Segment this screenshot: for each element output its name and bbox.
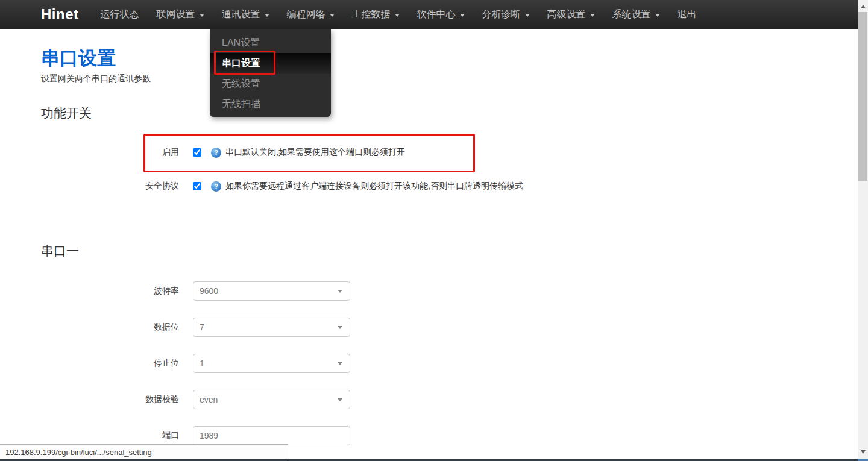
nav-item-programming[interactable]: 编程网络 [287,8,335,21]
nav-item-logout[interactable]: 退出 [678,8,697,21]
scroll-up-button[interactable] [858,1,868,11]
dropdown-item-serial[interactable]: 串口设置 [210,53,331,74]
nav-item-system[interactable]: 系统设置 [612,8,660,21]
field-label-secure-protocol: 安全协议 [41,181,179,192]
nav-item-status[interactable]: 运行状态 [101,8,139,21]
nav-item-label: 软件中心 [417,8,456,21]
brand-logo[interactable]: Hinet [41,6,79,23]
stopbits-value: 1 [200,359,204,368]
nav-item-label: 通讯设置 [222,8,260,21]
chevron-down-icon [330,14,335,17]
nav-item-label: 运行状态 [101,8,139,21]
page-subtitle: 设置网关两个串口的通讯参数 [41,74,151,84]
help-text-enable: 串口默认关闭,如果需要使用这个端口则必须打开 [225,147,405,158]
enable-checkbox[interactable] [193,148,201,157]
select-arrow-icon [338,362,342,365]
nav-item-label: 系统设置 [612,8,651,21]
form-row-secure-protocol: 安全协议 ? 如果你需要远程通过客户端连接设备则必须打开该功能,否则串口牌透明传… [41,177,523,196]
field-label-enable: 启用 [41,147,179,158]
section-heading-switches: 功能开关 [41,105,92,122]
select-arrow-icon [338,290,342,293]
dropdown-item-lan[interactable]: LAN设置 [210,33,331,53]
parity-value: even [200,395,218,404]
field-label-parity: 数据校验 [41,394,179,405]
vertical-scrollbar[interactable] [858,0,868,461]
nav-item-advanced[interactable]: 高级设置 [547,8,595,21]
secure-protocol-checkbox[interactable] [193,182,201,190]
nav-item-diagnostics[interactable]: 分析诊断 [482,8,530,21]
baudrate-select[interactable]: 9600 [193,281,350,301]
scrollbar-thumb[interactable] [858,12,867,181]
top-navbar: Hinet 运行状态 联网设置 通讯设置 编程网络 工控数据 软件中心 分析诊断… [0,0,858,29]
nav-item-network[interactable]: 联网设置 [157,8,204,21]
select-arrow-icon [338,326,342,329]
page-title: 串口设置 [41,46,116,71]
field-label-port: 端口 [41,430,179,441]
field-label-databits: 数据位 [41,322,179,333]
form-row-databits: 数据位 7 [41,318,350,337]
nav-item-label: 工控数据 [352,8,391,21]
nav-item-label: 联网设置 [157,8,195,21]
chevron-down-icon [395,14,400,17]
scroll-down-button[interactable] [858,447,868,457]
nav-item-label: 分析诊断 [482,8,521,21]
form-row-enable: 启用 ? 串口默认关闭,如果需要使用这个端口则必须打开 [41,143,405,162]
dropdown-item-wireless-scan[interactable]: 无线扫描 [210,94,331,114]
statusbar-url: 192.168.9.199/cgi-bin/luci/.../serial_se… [5,448,152,457]
form-row-port: 端口 [41,426,350,445]
arrow-down-icon [861,450,866,454]
databits-value: 7 [200,322,204,332]
chevron-down-icon [265,14,269,17]
form-row-stopbits: 停止位 1 [41,354,350,373]
field-label-stopbits: 停止位 [41,358,179,369]
help-icon: ? [211,181,221,192]
dropdown-item-wireless[interactable]: 无线设置 [210,74,331,94]
navbar-menu: 运行状态 联网设置 通讯设置 编程网络 工控数据 软件中心 分析诊断 高级设置 … [101,8,697,21]
chevron-down-icon [200,14,204,17]
chevron-down-icon [525,14,530,17]
baudrate-value: 9600 [200,286,218,296]
arrow-up-icon [861,5,866,8]
parity-select[interactable]: even [193,390,350,409]
section-heading-serial-one: 串口一 [41,243,79,260]
help-icon: ? [211,148,221,158]
nav-item-label: 高级设置 [547,8,586,21]
nav-item-label: 退出 [678,8,697,21]
nav-item-industrial-data[interactable]: 工控数据 [352,8,400,21]
form-row-baudrate: 波特率 9600 [41,281,350,301]
stopbits-select[interactable]: 1 [193,354,350,373]
nav-item-software-center[interactable]: 软件中心 [417,8,465,21]
help-text-secure-protocol: 如果你需要远程通过客户端连接设备则必须打开该功能,否则串口牌透明传输模式 [225,181,523,192]
chevron-down-icon [655,14,660,17]
chevron-down-icon [460,14,465,17]
nav-item-label: 编程网络 [287,8,326,21]
window-bottom-edge [0,459,858,461]
comm-settings-dropdown: LAN设置 串口设置 无线设置 无线扫描 [210,29,331,117]
browser-link-statusbar: 192.168.9.199/cgi-bin/luci/.../serial_se… [0,444,288,459]
databits-select[interactable]: 7 [193,318,350,337]
select-arrow-icon [338,398,342,401]
field-label-baudrate: 波特率 [41,286,179,296]
form-row-parity: 数据校验 even [41,390,350,409]
port-input[interactable] [193,426,350,445]
window-bottom-corner [858,459,868,461]
nav-item-comm[interactable]: 通讯设置 [222,8,269,21]
chevron-down-icon [590,14,595,17]
